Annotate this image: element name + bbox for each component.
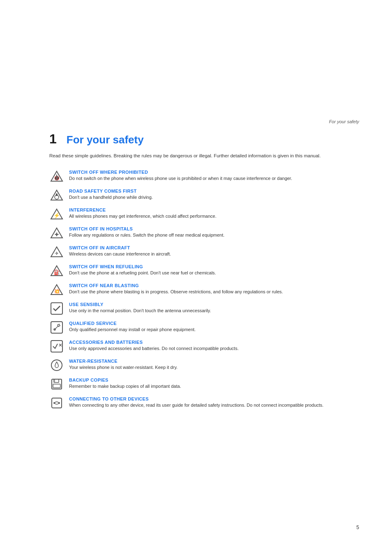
item-title: ROAD SAFETY COMES FIRST: [69, 189, 359, 193]
svg-rect-28: [52, 398, 62, 408]
water-resistance-text: WATER-RESISTANCE Your wireless phone is …: [69, 358, 359, 371]
item-desc: Wireless devices can cause interference …: [69, 251, 359, 258]
interference-text: INTERFERENCE All wireless phones may get…: [69, 207, 359, 220]
qualified-service-icon: [49, 320, 64, 335]
aircraft-text: SWITCH OFF IN AIRCRAFT Wireless devices …: [69, 244, 359, 258]
list-item: ✚ SWITCH OFF IN HOSPITALS Follow any reg…: [49, 223, 359, 242]
accessories-text: ACCESSORIES AND BATTERIES Use only appro…: [69, 339, 359, 352]
item-desc: Your wireless phone is not water-resista…: [69, 364, 359, 371]
road-safety-text: ROAD SAFETY COMES FIRST Don't use a hand…: [69, 188, 359, 201]
list-item: CONNECTING TO OTHER DEVICES When connect…: [49, 394, 359, 412]
refueling-text: SWITCH OFF WHEN REFUELING Don't use the …: [69, 263, 359, 276]
item-title: SWITCH OFF IN HOSPITALS: [69, 226, 359, 231]
blasting-icon: 💥: [49, 282, 64, 297]
chapter-heading: 1 For your safety: [49, 131, 359, 147]
item-title: SWITCH OFF WHERE PROHIBITED: [69, 170, 359, 175]
item-title: WATER-RESISTANCE: [69, 359, 359, 364]
list-item: BACKUP COPIES Remember to make backup co…: [49, 375, 359, 394]
svg-rect-26: [53, 384, 60, 388]
list-item: 📵 SWITCH OFF WHERE PROHIBITED Do not swi…: [49, 167, 359, 186]
item-desc: Use only approved accessories and batter…: [69, 345, 359, 352]
item-title: CONNECTING TO OTHER DEVICES: [69, 396, 359, 401]
item-title: BACKUP COPIES: [69, 378, 359, 382]
use-sensibly-text: USE SENSIBLY Use only in the normal posi…: [69, 301, 359, 314]
item-desc: Follow any regulations or rules. Switch …: [69, 232, 359, 239]
switch-off-prohibited-icon: 📵: [49, 169, 64, 184]
accessories-icon: [49, 339, 64, 354]
item-desc: Only qualified personnel may install or …: [69, 327, 359, 333]
svg-text:⚡: ⚡: [53, 212, 60, 219]
page-number: 5: [356, 525, 359, 530]
list-item: WATER-RESISTANCE Your wireless phone is …: [49, 356, 359, 375]
chapter-title: For your safety: [67, 134, 144, 146]
item-title: QUALIFIED SERVICE: [69, 321, 359, 326]
svg-rect-20: [51, 341, 62, 352]
connecting-devices-text: CONNECTING TO OTHER DEVICES When connect…: [69, 396, 359, 409]
list-item: ✈ SWITCH OFF IN AIRCRAFT Wireless device…: [49, 242, 359, 261]
backup-copies-text: BACKUP COPIES Remember to make backup co…: [69, 377, 359, 390]
svg-text:⛽: ⛽: [54, 269, 60, 275]
safety-items-list: 📵 SWITCH OFF WHERE PROHIBITED Do not swi…: [49, 167, 359, 412]
item-title: USE SENSIBLY: [69, 302, 359, 307]
svg-rect-17: [51, 303, 62, 314]
content-area: 1 For your safety Read these simple guid…: [49, 131, 359, 412]
hospitals-icon: ✚: [49, 226, 64, 240]
list-item: ⛽ SWITCH OFF WHEN REFUELING Don't use th…: [49, 261, 359, 280]
item-desc: Don't use the phone at a refueling point…: [69, 270, 359, 276]
svg-text:✚: ✚: [55, 232, 59, 237]
page: For your safety 1 For your safety Read t…: [0, 0, 392, 555]
header-label: For your safety: [329, 119, 359, 124]
water-resistance-icon: [49, 358, 64, 373]
switch-off-prohibited-text: SWITCH OFF WHERE PROHIBITED Do not switc…: [69, 169, 359, 182]
item-title: ACCESSORIES AND BATTERIES: [69, 340, 359, 345]
intro-text: Read these simple guidelines. Breaking t…: [49, 152, 359, 159]
interference-icon: ⚡: [49, 207, 64, 221]
list-item: ACCESSORIES AND BATTERIES Use only appro…: [49, 337, 359, 356]
backup-copies-icon: [49, 377, 64, 391]
svg-rect-6: [56, 193, 58, 196]
item-title: SWITCH OFF NEAR BLASTING: [69, 283, 359, 288]
svg-point-29: [53, 402, 55, 404]
item-desc: Don't use the phone where blasting is in…: [69, 289, 359, 295]
aircraft-icon: ✈: [49, 244, 64, 259]
chapter-number: 1: [49, 131, 57, 147]
item-desc: All wireless phones may get interference…: [69, 213, 359, 220]
qualified-service-text: QUALIFIED SERVICE Only qualified personn…: [69, 320, 359, 333]
road-safety-icon: [49, 188, 64, 203]
item-desc: Don't use a handheld phone while driving…: [69, 194, 359, 201]
item-desc: When connecting to any other device, rea…: [69, 402, 359, 409]
use-sensibly-icon: [49, 301, 64, 316]
svg-point-3: [56, 179, 57, 180]
list-item: QUALIFIED SERVICE Only qualified personn…: [49, 318, 359, 337]
item-desc: Use only in the normal position. Don't t…: [69, 308, 359, 314]
svg-text:✈: ✈: [55, 251, 59, 256]
list-item: USE SENSIBLY Use only in the normal posi…: [49, 299, 359, 318]
item-title: SWITCH OFF IN AIRCRAFT: [69, 245, 359, 250]
list-item: ROAD SAFETY COMES FIRST Don't use a hand…: [49, 186, 359, 205]
refueling-icon: ⛽: [49, 263, 64, 278]
connecting-devices-icon: [49, 396, 64, 410]
svg-text:💥: 💥: [54, 288, 60, 294]
item-title: INTERFERENCE: [69, 207, 359, 212]
hospitals-text: SWITCH OFF IN HOSPITALS Follow any regul…: [69, 226, 359, 239]
item-desc: Remember to make backup copies of all im…: [69, 383, 359, 390]
list-item: 💥 SWITCH OFF NEAR BLASTING Don't use the…: [49, 280, 359, 299]
blasting-text: SWITCH OFF NEAR BLASTING Don't use the p…: [69, 282, 359, 295]
item-title: SWITCH OFF WHEN REFUELING: [69, 264, 359, 269]
list-item: ⚡ INTERFERENCE All wireless phones may g…: [49, 205, 359, 223]
item-desc: Do not switch on the phone when wireless…: [69, 175, 359, 182]
svg-point-30: [58, 402, 60, 404]
